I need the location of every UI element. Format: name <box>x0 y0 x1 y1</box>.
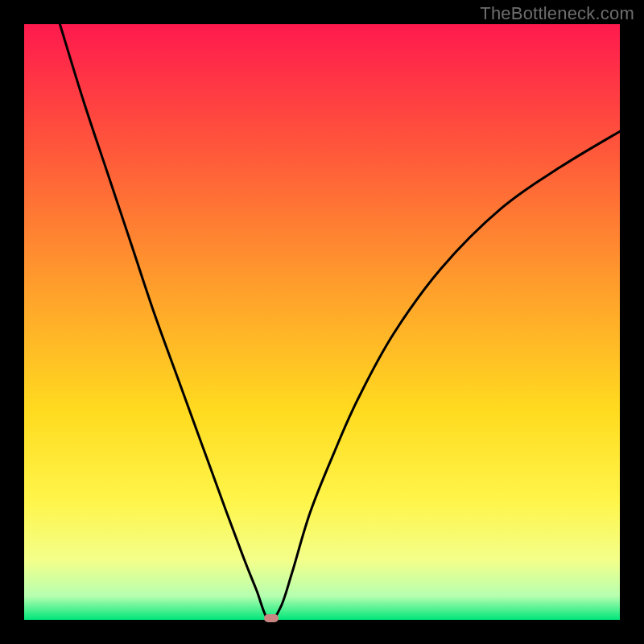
chart-frame: TheBottleneck.com <box>0 0 644 644</box>
watermark-label: TheBottleneck.com <box>480 3 634 24</box>
bottleneck-curve <box>24 24 620 620</box>
minimum-marker <box>264 614 279 622</box>
curve-path <box>60 24 620 621</box>
